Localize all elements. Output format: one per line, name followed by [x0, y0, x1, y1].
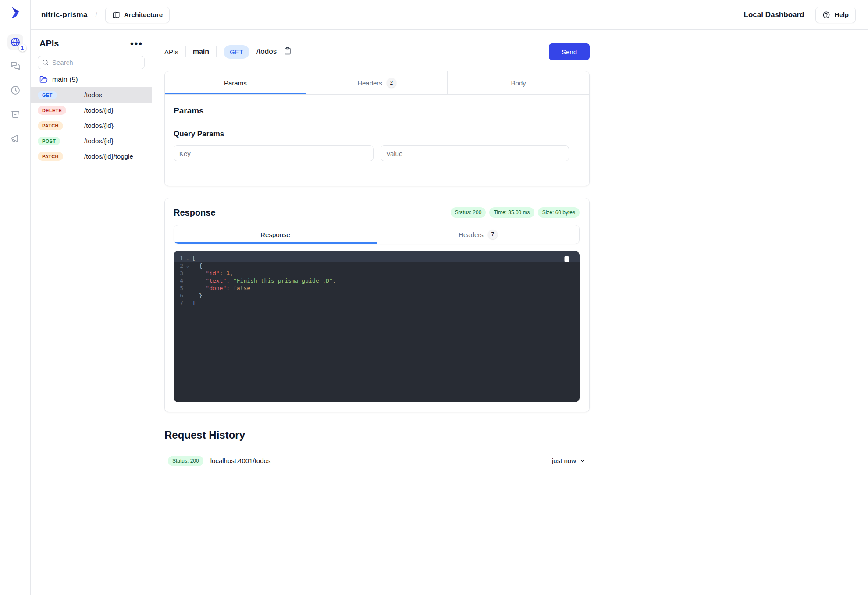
token-key: "text" — [206, 277, 226, 284]
endpoint-path: /todos/{id} — [84, 137, 114, 145]
clipboard-icon — [284, 47, 292, 55]
tab-headers[interactable]: Headers 2 — [306, 71, 448, 94]
rail-item-apis[interactable]: 1 — [7, 34, 23, 50]
fold-spacer — [183, 284, 192, 292]
sidebar-title: APIs — [39, 39, 59, 49]
method-badge-box: POST — [38, 137, 84, 145]
code-line: 6 } — [174, 292, 580, 299]
endpoint-path: /todos/{id}/toggle — [84, 152, 133, 160]
clipboard-filled-icon — [563, 255, 570, 262]
architecture-label: Architecture — [124, 11, 163, 18]
dashboard-title: Local Dashboard — [744, 11, 804, 19]
line-number: 7 — [174, 299, 183, 307]
clock-icon — [10, 85, 21, 96]
tab-body[interactable]: Body — [448, 71, 589, 94]
main-content: APIs main GET /todos Send Params — [164, 43, 590, 469]
history-list: Status: 200localhost:4001/todosjust now — [164, 453, 590, 469]
code-text: } — [192, 292, 202, 299]
rail-item-storage[interactable] — [7, 106, 23, 122]
query-params-title: Query Params — [174, 130, 580, 138]
endpoint-path: /todos — [84, 91, 102, 99]
search-input[interactable] — [38, 56, 145, 69]
icon-rail: 1 — [0, 0, 31, 595]
param-value-input[interactable] — [381, 145, 569, 161]
status-badge: Size: 60 bytes — [538, 207, 580, 218]
nitric-logo-icon — [9, 6, 22, 19]
tab-body-label: Body — [511, 79, 526, 87]
request-card: Params Headers 2 Body Params Query Param… — [164, 71, 590, 186]
code-line: 3 "id": 1, — [174, 269, 580, 277]
token-punc: , — [230, 270, 233, 276]
response-code-editor[interactable]: 1⌄[2⌄ {3 "id": 1,4 "text": "Finish this … — [174, 251, 580, 402]
top-bar-right: Local Dashboard Help — [744, 7, 856, 23]
response-headers-count-badge: 7 — [488, 230, 498, 239]
line-number: 2 — [174, 262, 183, 269]
fold-spacer — [183, 277, 192, 284]
line-number: 3 — [174, 269, 183, 277]
request-history-title: Request History — [164, 429, 590, 441]
tab-response[interactable]: Response — [174, 225, 377, 244]
tab-params-label: Params — [224, 79, 247, 87]
chevron-down-icon — [579, 457, 586, 464]
endpoint-row[interactable]: POST/todos/{id} — [31, 133, 152, 149]
history-status-badge: Status: 200 — [168, 456, 203, 466]
top-bar: nitric-prisma / Architecture Local Dashb… — [31, 0, 868, 30]
endpoint-list: GET/todosDELETE/todos/{id}PATCH/todos/{i… — [31, 87, 152, 164]
megaphone-icon — [10, 133, 21, 144]
endpoint-row[interactable]: DELETE/todos/{id} — [31, 103, 152, 118]
code-text: ] — [192, 299, 196, 307]
endpoint-row[interactable]: PATCH/todos/{id} — [31, 118, 152, 133]
fold-chevron-icon[interactable]: ⌄ — [183, 255, 192, 262]
request-path: /todos — [256, 47, 277, 56]
code-line: 7] — [174, 299, 580, 307]
token-key: "id" — [206, 270, 219, 276]
code-line: 2⌄ { — [174, 262, 580, 269]
code-text: [ — [192, 255, 196, 262]
question-circle-icon — [822, 11, 830, 19]
history-row[interactable]: Status: 200localhost:4001/todosjust now — [168, 453, 586, 469]
method-badge-box: GET — [38, 91, 84, 99]
token-punc: , — [333, 277, 336, 284]
send-button[interactable]: Send — [549, 43, 590, 60]
help-button[interactable]: Help — [815, 7, 856, 23]
code-line: 4 "text": "Finish this prisma guide :D", — [174, 277, 580, 284]
token-str: "Finish this prisma guide :D" — [233, 277, 333, 284]
endpoint-path: /todos/{id} — [84, 122, 114, 129]
fold-spacer — [183, 292, 192, 299]
method-badge-box: PATCH — [38, 152, 84, 161]
endpoint-row[interactable]: GET/todos — [31, 87, 152, 103]
token-key: "done" — [206, 285, 226, 291]
request-history: Request History Status: 200localhost:400… — [164, 429, 590, 469]
sidebar-menu-button[interactable]: ••• — [130, 42, 143, 46]
response-card: Response Status: 200Time: 35.00 msSize: … — [164, 198, 590, 412]
param-key-input[interactable] — [174, 145, 374, 161]
rail-item-schedules[interactable] — [7, 82, 23, 98]
status-badge: Status: 200 — [451, 207, 486, 218]
code-text: "text": "Finish this prisma guide :D", — [192, 277, 336, 284]
response-title: Response — [174, 208, 216, 218]
request-tabs: Params Headers 2 Body — [165, 71, 589, 95]
chat-bubbles-icon — [10, 61, 21, 71]
token-punc: } — [199, 292, 203, 299]
token-punc: { — [199, 262, 203, 269]
token-bool: false — [233, 285, 250, 291]
fold-chevron-icon[interactable]: ⌄ — [183, 262, 192, 269]
bucket-icon — [10, 109, 21, 120]
endpoint-row[interactable]: PATCH/todos/{id}/toggle — [31, 149, 152, 164]
api-group-main[interactable]: main (5) — [31, 69, 152, 87]
copy-response-button[interactable] — [563, 255, 570, 264]
breadcrumb-divider — [216, 46, 217, 57]
rail-item-topics[interactable] — [7, 131, 23, 146]
copy-path-button[interactable] — [284, 47, 292, 57]
top-bar-left: nitric-prisma / Architecture — [41, 7, 170, 23]
history-time[interactable]: just now — [552, 457, 586, 464]
rail-item-websockets[interactable] — [7, 58, 23, 74]
architecture-button[interactable]: Architecture — [105, 7, 170, 23]
query-param-row — [174, 145, 580, 161]
breadcrumb: APIs main GET /todos — [164, 45, 292, 59]
token-num: 1 — [226, 270, 230, 276]
tab-params[interactable]: Params — [165, 71, 306, 94]
response-header: Response Status: 200Time: 35.00 msSize: … — [174, 207, 580, 218]
method-badge: DELETE — [38, 106, 66, 115]
tab-response-headers[interactable]: Headers 7 — [377, 225, 579, 244]
